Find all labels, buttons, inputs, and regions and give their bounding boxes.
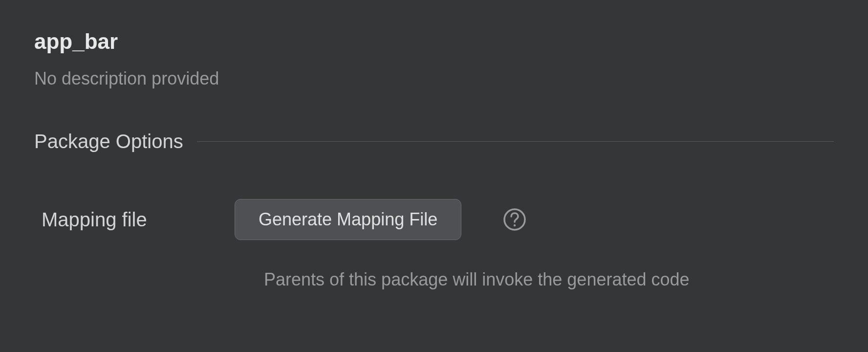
mapping-file-row: Mapping file Generate Mapping File — [34, 199, 834, 240]
help-icon[interactable] — [503, 208, 526, 231]
generate-mapping-file-button[interactable]: Generate Mapping File — [235, 199, 461, 240]
mapping-file-hint-row: Parents of this package will invoke the … — [34, 269, 834, 290]
section-divider — [197, 141, 834, 142]
package-title: app_bar — [34, 29, 834, 54]
section-title: Package Options — [34, 131, 183, 153]
mapping-file-hint: Parents of this package will invoke the … — [264, 269, 690, 289]
package-panel: app_bar No description provided Package … — [0, 0, 868, 290]
svg-point-1 — [514, 224, 516, 226]
section-header: Package Options — [34, 131, 834, 153]
mapping-file-label: Mapping file — [42, 209, 235, 231]
package-description: No description provided — [34, 68, 834, 89]
